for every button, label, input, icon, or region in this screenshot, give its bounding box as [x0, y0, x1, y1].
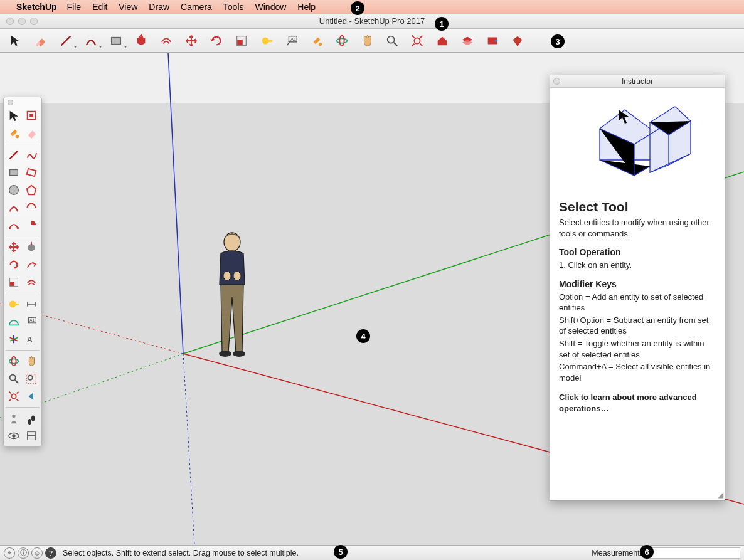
measurements-input[interactable]	[646, 547, 740, 559]
menubar-app-name[interactable]: SketchUp	[16, 2, 57, 12]
section-tool[interactable]	[23, 428, 40, 444]
make-component-tool[interactable]	[23, 107, 40, 124]
svg-line-22	[183, 354, 194, 545]
instructor-heading: Select Tool	[559, 198, 716, 216]
svg-text:A1: A1	[290, 36, 296, 42]
svg-rect-2	[237, 40, 243, 45]
help-icon[interactable]: ?	[45, 547, 56, 559]
line-tool[interactable]: ▾	[58, 33, 74, 49]
rotate-tool[interactable]	[6, 256, 22, 273]
look-tool[interactable]	[6, 428, 22, 444]
offset-tool[interactable]	[23, 274, 40, 290]
eraser-tool[interactable]	[23, 125, 40, 141]
pan-tool[interactable]	[23, 353, 40, 369]
arc-tool[interactable]: ▾	[83, 33, 99, 49]
instructor-titlebar[interactable]: Instructor	[550, 75, 725, 88]
scale-tool[interactable]	[233, 33, 250, 49]
pushpull-tool[interactable]	[23, 239, 40, 255]
measurements-label: Measurements	[592, 549, 644, 557]
zoom-tool[interactable]	[6, 371, 22, 387]
svg-point-27	[233, 351, 245, 357]
arc2-tool[interactable]	[23, 199, 40, 216]
instructor-op-text: 1. Click on an entity.	[559, 260, 716, 271]
svg-point-24	[223, 272, 231, 280]
status-bar: ⌖ ⓘ ☺ ? Select objects. Shift to extend …	[0, 545, 744, 560]
instructor-subtitle: Select entities to modify when using oth…	[559, 217, 716, 239]
minimize-button[interactable]	[18, 18, 26, 25]
protractor-tool[interactable]	[6, 314, 22, 330]
layers-tool[interactable]	[459, 33, 476, 49]
instructor-resize-handle[interactable]: ◢	[718, 490, 723, 499]
palette-handle[interactable]	[6, 100, 40, 107]
svg-line-54	[15, 380, 18, 383]
svg-rect-41	[15, 304, 19, 305]
rectangle-tool[interactable]: ▾	[108, 33, 124, 49]
circle-tool[interactable]	[6, 182, 22, 198]
eraser-tool[interactable]	[33, 33, 49, 49]
offset-tool[interactable]	[158, 33, 174, 49]
svg-point-59	[28, 419, 31, 425]
macos-menubar: SketchUp File Edit View Draw Camera Tool…	[0, 0, 744, 14]
dimension-tool[interactable]	[23, 296, 40, 312]
pushpull-tool[interactable]	[133, 33, 149, 49]
arc3-tool[interactable]	[6, 217, 22, 233]
viewport[interactable]: A1A Instructor Select Tool Select entiti…	[0, 53, 744, 545]
zoom-window-tool[interactable]	[23, 371, 40, 387]
pan-tool[interactable]	[359, 33, 375, 49]
text-tool[interactable]: A1	[284, 33, 300, 49]
signin-icon[interactable]: ☺	[31, 547, 43, 559]
walk-tool[interactable]	[23, 410, 40, 426]
close-button[interactable]	[6, 18, 14, 25]
axes-tool[interactable]	[6, 331, 22, 347]
menu-tools[interactable]: Tools	[223, 2, 244, 12]
rectangle-tool[interactable]	[6, 164, 22, 181]
scale-tool[interactable]	[6, 274, 22, 290]
3dtext-tool[interactable]: A	[23, 331, 40, 347]
credits-icon[interactable]: ⓘ	[18, 547, 29, 559]
followme-tool[interactable]	[23, 256, 40, 273]
tape-tool[interactable]	[258, 33, 275, 49]
paint-tool[interactable]	[309, 33, 325, 49]
freehand-tool[interactable]	[23, 147, 40, 163]
instructor-close-button[interactable]	[553, 78, 560, 85]
rotate-tool[interactable]	[208, 33, 225, 49]
orbit-tool[interactable]	[334, 33, 350, 49]
geo-icon[interactable]: ⌖	[4, 547, 15, 559]
menu-view[interactable]: View	[119, 2, 137, 12]
svg-rect-5	[268, 40, 272, 42]
badge-1: 1	[435, 17, 449, 31]
svg-point-26	[219, 351, 231, 357]
menu-help[interactable]: Help	[297, 2, 316, 12]
tape-tool[interactable]	[6, 296, 22, 312]
text-tool[interactable]: A1	[23, 314, 40, 330]
extensions-tool[interactable]	[484, 33, 501, 49]
ruby-tool[interactable]	[509, 33, 526, 49]
move-tool[interactable]	[6, 239, 22, 255]
zoom-button[interactable]	[30, 18, 38, 25]
svg-line-31	[10, 151, 18, 159]
position-camera-tool[interactable]	[6, 410, 22, 426]
menu-camera[interactable]: Camera	[181, 2, 212, 12]
pie-tool[interactable]	[23, 217, 40, 233]
move-tool[interactable]	[183, 33, 199, 49]
menu-edit[interactable]: Edit	[92, 2, 107, 12]
large-tool-palette[interactable]: A1A	[3, 97, 42, 447]
zoom-tool[interactable]	[384, 33, 400, 49]
menu-window[interactable]: Window	[255, 2, 287, 12]
polygon-tool[interactable]	[23, 182, 40, 198]
zoom-extents-tool[interactable]	[409, 33, 425, 49]
window-titlebar: Untitled - SketchUp Pro 2017	[0, 14, 744, 29]
menu-draw[interactable]: Draw	[149, 2, 169, 12]
line-tool[interactable]	[6, 147, 22, 163]
arc-tool[interactable]	[6, 199, 22, 216]
instructor-learn-more[interactable]: Click to learn about more advanced opera…	[559, 392, 716, 414]
orbit-tool[interactable]	[6, 353, 22, 369]
zoom-extents-tool[interactable]	[6, 388, 22, 404]
paint-tool[interactable]	[6, 125, 22, 141]
select-tool[interactable]	[6, 107, 22, 124]
menu-file[interactable]: File	[67, 2, 82, 12]
warehouse-tool[interactable]	[434, 33, 450, 49]
rotated-rect-tool[interactable]	[23, 164, 40, 181]
previous-tool[interactable]	[23, 388, 40, 404]
select-tool[interactable]	[8, 33, 24, 49]
